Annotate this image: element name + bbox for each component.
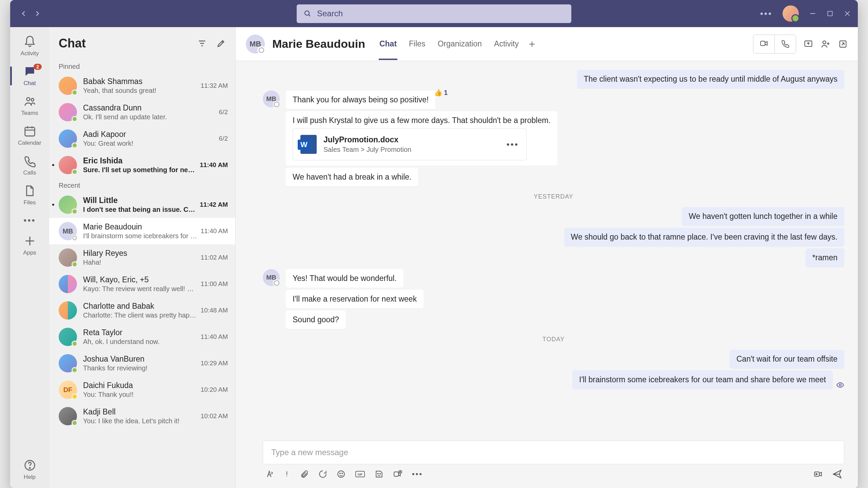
loop-icon[interactable] — [318, 470, 327, 479]
format-icon[interactable] — [265, 470, 274, 479]
rail-calls[interactable]: Calls — [10, 150, 49, 180]
add-tab-button[interactable]: ＋ — [527, 37, 537, 51]
window-minimize-button[interactable] — [809, 10, 816, 17]
avatar — [59, 77, 77, 95]
file-path: Sales Team > July Promotion — [323, 146, 411, 154]
message-avatar: MB — [263, 269, 280, 286]
rail-teams[interactable]: Teams — [10, 91, 49, 121]
conversation-body[interactable]: The client wasn't expecting us to be rea… — [236, 61, 858, 441]
nav-back-button[interactable] — [17, 7, 31, 20]
svg-point-2 — [26, 98, 30, 101]
filter-icon[interactable] — [197, 39, 207, 48]
nav-forward-button[interactable] — [31, 7, 44, 20]
schedule-meet-icon[interactable] — [393, 470, 402, 479]
svg-point-13 — [340, 473, 340, 474]
avatar — [59, 103, 77, 121]
svg-point-11 — [839, 384, 841, 386]
attach-icon[interactable] — [300, 470, 309, 479]
current-user-avatar[interactable] — [783, 5, 799, 22]
tab-activity[interactable]: Activity — [493, 28, 519, 60]
avatar: DF — [59, 381, 77, 399]
svg-rect-7 — [761, 41, 765, 45]
chat-item-reta[interactable]: Reta TaylorAh, ok. I understand now. 11:… — [49, 324, 235, 350]
message-theirs[interactable]: Thank you for always being so positive! … — [286, 90, 435, 109]
chat-item-cassandra[interactable]: Cassandra DunnOk. I'll send an update la… — [49, 99, 235, 125]
chat-item-babak[interactable]: Babak ShammasYeah, that sounds great! 11… — [49, 73, 235, 99]
rail-files[interactable]: Files — [10, 180, 49, 210]
window-close-button[interactable] — [844, 10, 851, 17]
tab-organization[interactable]: Organization — [437, 28, 482, 60]
message-theirs[interactable]: I will push Krystal to give us a few mor… — [286, 111, 557, 166]
new-chat-icon[interactable] — [216, 39, 226, 48]
rail-more[interactable]: ••• — [10, 210, 49, 230]
reaction-thumbs-up[interactable]: 👍1 — [434, 88, 448, 97]
conversation-title: Marie Beaudouin — [272, 37, 365, 50]
titlebar: Search ••• — [10, 0, 858, 27]
message-mine[interactable]: Can't wait for our team offsite — [730, 350, 844, 368]
svg-point-0 — [305, 11, 309, 15]
avatar — [59, 275, 77, 293]
rail-apps[interactable]: Apps — [10, 230, 49, 260]
file-name: JulyPromotion.docx — [323, 135, 411, 144]
priority-icon[interactable] — [283, 470, 291, 479]
message-mine[interactable]: I'll brainstorm some icebreakers for our… — [572, 370, 833, 389]
message-theirs[interactable]: Yes! That would be wonderful. — [286, 269, 403, 288]
screen-share-icon[interactable] — [804, 39, 813, 49]
chat-item-hilary[interactable]: Hilary ReyesHaha! 11:02 AM — [49, 244, 235, 271]
avatar — [59, 407, 77, 425]
svg-text:GIF: GIF — [358, 473, 362, 476]
message-mine[interactable]: *ramen — [806, 248, 844, 267]
svg-point-6 — [29, 468, 30, 469]
video-clip-icon[interactable] — [813, 470, 823, 479]
chat-item-marie[interactable]: MB Marie BeaudouinI'll brainstorm some i… — [49, 218, 235, 244]
chat-item-daichi[interactable]: DF Daichi FukudaYou: Thank you!! 10:20 A… — [49, 377, 235, 403]
pinned-section-label: Pinned — [49, 59, 235, 73]
conversation-header: MB Marie Beaudouin Chat Files Organizati… — [236, 27, 858, 61]
chat-list-pane: Chat Pinned Babak ShammasYeah, that soun… — [49, 27, 236, 488]
message-mine[interactable]: The client wasn't expecting us to be rea… — [577, 70, 844, 88]
rail-chat[interactable]: 2 Chat — [10, 61, 49, 91]
composer-more-button[interactable]: ••• — [412, 470, 423, 479]
bell-icon — [23, 35, 36, 48]
more-options-button[interactable]: ••• — [760, 8, 772, 19]
sticker-icon[interactable] — [375, 470, 383, 479]
file-more-button[interactable]: ••• — [507, 139, 519, 150]
gif-icon[interactable]: GIF — [355, 470, 365, 479]
svg-rect-4 — [25, 127, 35, 136]
chat-item-group2[interactable]: Charlotte and BabakCharlotte: The client… — [49, 297, 235, 324]
message-mine[interactable]: We haven't gotten lunch together in a wh… — [682, 207, 844, 226]
rail-help[interactable]: Help — [10, 455, 49, 485]
rail-calendar[interactable]: Calendar — [10, 121, 49, 150]
file-attachment[interactable]: JulyPromotion.docx Sales Team > July Pro… — [293, 128, 527, 160]
call-buttons — [753, 35, 796, 54]
video-call-button[interactable] — [753, 35, 775, 53]
chat-item-group1[interactable]: Will, Kayo, Eric, +5Kayo: The review wen… — [49, 271, 235, 297]
svg-rect-19 — [394, 472, 398, 476]
message-mine[interactable]: We should go back to that ramne place. I… — [564, 228, 844, 246]
emoji-icon[interactable] — [337, 470, 346, 479]
chat-item-kadji[interactable]: Kadji BellYou: I like the idea. Let's pi… — [49, 403, 235, 429]
chat-item-will[interactable]: Will LittleI don't see that being an iss… — [49, 191, 235, 218]
message-theirs[interactable]: Sound good? — [286, 310, 346, 329]
chat-item-aadi[interactable]: Aadi KapoorYou: Great work! 6/2 — [49, 125, 235, 152]
message-input[interactable]: Type a new message — [263, 441, 844, 464]
add-people-icon[interactable] — [821, 39, 831, 49]
rail-activity[interactable]: Activity — [10, 31, 49, 61]
window-maximize-button[interactable] — [827, 10, 833, 17]
word-doc-icon — [300, 135, 317, 154]
audio-call-button[interactable] — [775, 35, 796, 53]
svg-point-3 — [31, 98, 34, 101]
search-input[interactable]: Search — [297, 4, 571, 23]
chat-item-eric[interactable]: Eric IshidaSure. I'll set up something f… — [49, 152, 235, 178]
avatar — [59, 129, 77, 148]
message-theirs[interactable]: We haven't had a break in a while. — [286, 168, 418, 186]
popout-icon[interactable] — [838, 39, 848, 49]
recent-section-label: Recent — [49, 178, 235, 191]
avatar — [59, 248, 77, 267]
message-theirs[interactable]: I'll make a reservation for next week — [286, 290, 423, 308]
tab-chat[interactable]: Chat — [379, 28, 397, 60]
send-button[interactable] — [832, 469, 842, 479]
tab-files[interactable]: Files — [408, 28, 426, 60]
app-rail: Activity 2 Chat Teams Calendar Calls — [10, 27, 49, 488]
chat-item-joshua[interactable]: Joshua VanBurenThanks for reviewing! 10:… — [49, 350, 235, 377]
